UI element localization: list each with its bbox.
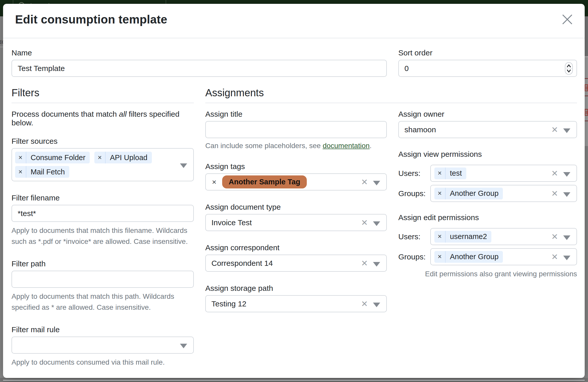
filter-filename-label: Filter filename [12,194,194,202]
chevron-down-icon[interactable] [373,302,380,307]
source-tag: ×Mail Fetch [15,166,69,178]
clear-icon[interactable]: ✕ [361,300,368,308]
assign-owner-select[interactable]: shamoon ✕ [398,121,577,138]
name-field-group: Name [12,49,387,77]
chevron-down-icon[interactable] [373,262,380,266]
clear-icon[interactable]: ✕ [361,178,368,186]
remove-tag-icon[interactable]: × [434,253,445,261]
assign-correspondent-select[interactable]: Correspondent 14 ✕ [205,255,387,272]
filters-heading: Filters [12,87,194,103]
clear-icon[interactable]: ✕ [361,259,368,267]
chevron-down-icon[interactable] [563,192,570,197]
assign-title-group: Assign title Can include some placeholde… [205,110,387,150]
edit-permissions-heading: Assign edit permissions [398,213,577,222]
trash-icon [585,108,588,116]
assign-owner-label: Assign owner [398,110,577,118]
close-button[interactable] [560,13,574,27]
filter-filename-group: Filter filename Apply to documents that … [12,194,194,247]
assign-title-input[interactable] [205,121,387,138]
chevron-down-icon[interactable] [563,235,570,240]
assignments-section: Assignments Assign title Can include som… [205,87,577,380]
groups-label: Groups: [398,189,430,198]
chevron-down-icon[interactable] [563,172,570,176]
view-users-select[interactable]: ×test ✕ [430,165,577,182]
source-tag: ×API Upload [94,152,152,163]
assign-storage-path-label: Assign storage path [205,284,387,293]
assign-correspondent-group: Assign correspondent Correspondent 14 ✕ [205,243,387,272]
filter-sources-select[interactable]: ×Consume Folder ×API Upload ×Mail Fetch [12,148,194,181]
dialog-footer: Cancel Save [3,380,585,382]
assign-tags-select[interactable]: × Another Sample Tag ✕ [205,173,387,190]
clear-icon[interactable]: ✕ [361,219,368,227]
sort-order-label: Sort order [398,49,577,57]
remove-tag-icon[interactable]: × [434,169,445,177]
groups-label: Groups: [398,253,430,261]
close-icon [561,14,573,25]
remove-tag-icon[interactable]: × [434,189,445,197]
filter-mail-rule-select[interactable] [12,337,194,354]
documentation-link[interactable]: documentation [323,142,370,150]
remove-tag-icon[interactable]: × [94,154,105,162]
edit-permissions-groups-row: Groups: ×Another Group ✕ [398,248,577,265]
trash-icon [585,83,588,92]
edit-permissions-users-row: Users: ×username2 ✕ [398,228,577,245]
filter-path-input[interactable] [12,271,194,288]
chevron-down-icon[interactable] [563,128,570,133]
assignments-left-column: Assign title Can include some placeholde… [205,110,387,325]
chevron-down-icon[interactable] [180,344,187,348]
assign-storage-path-group: Assign storage path Testing 12 ✕ [205,284,387,312]
filters-section: Filters Process documents that match all… [12,87,194,380]
sort-order-input[interactable] [398,60,577,77]
tag-badge: Another Sample Tag [222,175,307,188]
group-tag: ×Another Group [434,251,503,263]
clear-icon[interactable]: ✕ [551,233,558,241]
assign-owner-group: Assign owner shamoon ✕ [398,110,577,138]
users-label: Users: [398,232,430,241]
assignments-heading: Assignments [205,87,577,103]
assign-title-hint: Can include some placeholders, see docum… [205,142,387,150]
assign-correspondent-label: Assign correspondent [205,243,387,252]
assign-document-type-label: Assign document type [205,203,387,211]
remove-tag-icon[interactable]: × [434,233,445,241]
filter-filename-input[interactable] [12,205,194,222]
clear-icon[interactable]: ✕ [551,169,558,177]
number-stepper[interactable] [565,62,573,75]
assign-document-type-select[interactable]: Invoice Test ✕ [205,214,387,231]
filter-mail-rule-group: Filter mail rule Apply to documents cons… [12,325,194,368]
chevron-down-icon[interactable] [373,181,380,185]
filter-sources-group: Filter sources ×Consume Folder ×API Uplo… [12,137,194,181]
clear-icon[interactable]: ✕ [551,189,558,198]
view-permissions-heading: Assign view permissions [398,150,577,159]
filter-path-group: Filter path Apply to documents that matc… [12,259,194,313]
filter-path-hint: Apply to documents that match this path.… [12,291,194,313]
filter-sources-label: Filter sources [12,137,194,146]
view-groups-select[interactable]: ×Another Group ✕ [430,185,577,202]
filter-filename-hint: Apply to documents that match this filen… [12,225,194,247]
chevron-down-icon[interactable] [180,163,187,168]
remove-tag-icon[interactable]: × [15,168,26,176]
filter-mail-rule-hint: Apply to documents consumed via this mai… [12,357,194,368]
edit-groups-select[interactable]: ×Another Group ✕ [430,248,577,265]
name-label: Name [12,49,387,57]
chevron-down-icon[interactable] [563,255,570,260]
dialog-header: Edit consumption template [3,4,585,38]
filter-path-label: Filter path [12,259,194,268]
remove-tag-icon[interactable]: × [15,154,26,162]
assign-document-type-group: Assign document type Invoice Test ✕ [205,203,387,231]
source-tag: ×Consume Folder [15,152,90,163]
edit-users-select[interactable]: ×username2 ✕ [430,228,577,245]
user-tag: ×test [434,168,466,179]
assign-tags-label: Assign tags [205,162,387,171]
dialog-body: Name Sort order Filters Process document… [3,38,585,380]
assignments-right-column: Assign owner shamoon ✕ Assign view permi… [398,110,577,325]
remove-tag-icon[interactable]: × [212,178,217,186]
name-input[interactable] [12,60,387,77]
page-left-edge: « [0,16,3,382]
clear-icon[interactable]: ✕ [551,253,558,261]
clear-icon[interactable]: ✕ [551,126,558,134]
assign-storage-path-select[interactable]: Testing 12 ✕ [205,295,387,312]
chevron-down-icon[interactable] [373,221,380,226]
assign-title-label: Assign title [205,110,387,118]
sort-order-field-group: Sort order [398,49,577,77]
filter-mail-rule-label: Filter mail rule [12,325,194,334]
